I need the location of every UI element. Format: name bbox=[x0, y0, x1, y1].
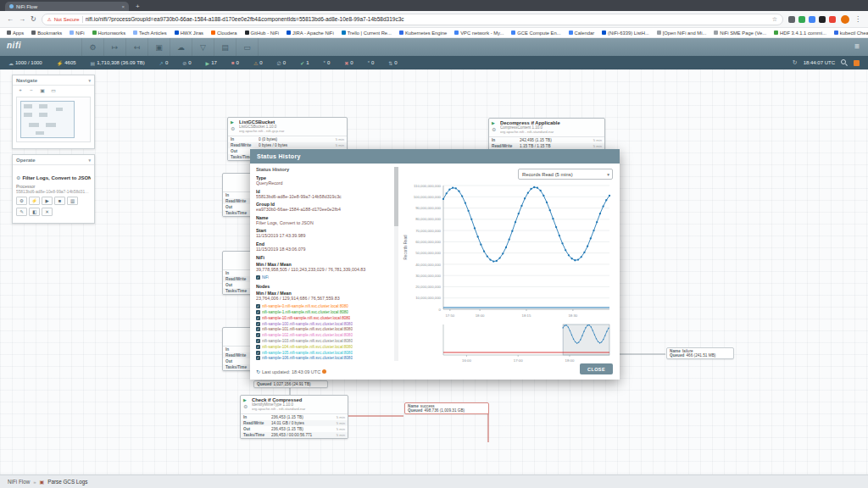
series-toggle-row[interactable]: ✓nifi-sample-106.nifi-sample.nifi.svc.cl… bbox=[256, 355, 393, 361]
extension-icon[interactable] bbox=[798, 16, 805, 23]
extension-icon[interactable] bbox=[819, 16, 826, 23]
checkbox-checked-icon[interactable]: ✓ bbox=[256, 356, 260, 360]
scrollbar-thumb[interactable] bbox=[394, 167, 398, 226]
refresh-icon[interactable]: ↻ bbox=[256, 369, 260, 374]
url-text[interactable]: nifi.io/nifi/?processGroupId=ea9730b0-66… bbox=[86, 16, 770, 22]
bookmark-item[interactable]: GitHub - NiFi bbox=[245, 30, 280, 36]
refresh-icon[interactable]: ↻ bbox=[793, 59, 798, 66]
connection-label[interactable]: NamefailureQueued466 (241.51 MB) bbox=[666, 347, 734, 359]
bookmark-item[interactable]: Kubernetes Engine bbox=[399, 30, 447, 36]
checkbox-checked-icon[interactable]: ✓ bbox=[256, 310, 260, 314]
collapse-icon[interactable]: ▾ bbox=[88, 75, 91, 86]
start-button[interactable]: ▶ bbox=[42, 197, 53, 205]
close-button[interactable]: Close bbox=[580, 363, 613, 374]
remote-process-group-tool[interactable]: ☁ bbox=[170, 38, 192, 56]
tab-close-icon[interactable]: × bbox=[121, 4, 125, 9]
extension-icon[interactable] bbox=[829, 16, 836, 23]
reload-icon[interactable]: ↻ bbox=[31, 15, 36, 23]
search-icon[interactable] bbox=[841, 59, 848, 66]
bookmark-item[interactable]: HWX Jiras bbox=[175, 30, 203, 36]
series-toggle-row[interactable]: ✓NiFi bbox=[256, 274, 393, 280]
fill-color-button[interactable]: ◧ bbox=[29, 208, 40, 216]
bookmark-item[interactable]: Tech Articles bbox=[133, 30, 167, 36]
checkbox-checked-icon[interactable]: ✓ bbox=[256, 275, 260, 280]
bookmark-item[interactable]: JIRA - Apache NiFi bbox=[287, 30, 334, 36]
enable-button[interactable]: ⚡ bbox=[29, 197, 40, 205]
processor-tool[interactable]: ⚙ bbox=[82, 38, 104, 56]
copy-button[interactable]: ▥ bbox=[67, 197, 78, 205]
processor-card[interactable]: ▶⚙Check if CompressedIdentifyMimeType 1.… bbox=[240, 395, 348, 439]
checkbox-checked-icon[interactable]: ✓ bbox=[256, 316, 260, 320]
output-port-tool[interactable]: ↤ bbox=[126, 38, 148, 56]
bookmark-item[interactable]: NiFi bbox=[70, 30, 84, 36]
browser-menu-icon[interactable]: ⋮ bbox=[854, 15, 861, 23]
series-toggle-row[interactable]: ✓nifi-sample-101.nifi-sample.nifi.svc.cl… bbox=[256, 326, 393, 332]
minimap-viewport[interactable] bbox=[20, 101, 75, 138]
series-toggle-row[interactable]: ✓nifi-sample-0.nifi-sample.nifi.svc.clus… bbox=[256, 303, 393, 309]
series-toggle-row[interactable]: ✓nifi-sample-10.nifi-sample.nifi.svc.clu… bbox=[256, 315, 393, 321]
new-tab-button[interactable]: + bbox=[136, 2, 140, 11]
series-toggle-row[interactable]: ✓nifi-sample-103.nifi-sample.nifi.svc.cl… bbox=[256, 338, 393, 344]
configure-button[interactable]: ⚙ bbox=[16, 197, 27, 205]
profile-avatar[interactable] bbox=[841, 15, 849, 24]
back-icon[interactable]: ← bbox=[7, 15, 14, 23]
breadcrumb-current[interactable]: Parse GCS Logs bbox=[47, 479, 87, 485]
zoom-actual-button[interactable]: ▭ bbox=[49, 87, 58, 93]
address-bar[interactable]: ⚠ Not Secure nifi.io/nifi/?processGroupI… bbox=[42, 14, 783, 25]
bookmark-item[interactable]: (NiFi-6339) ListH... bbox=[602, 30, 649, 36]
checkbox-checked-icon[interactable]: ✓ bbox=[256, 351, 260, 355]
label-tool[interactable]: ▭ bbox=[236, 38, 259, 56]
input-port-tool[interactable]: ↦ bbox=[104, 38, 126, 56]
series-toggle-row[interactable]: ✓nifi-sample-104.nifi-sample.nifi.svc.cl… bbox=[256, 344, 393, 350]
bookmark-item[interactable]: [Open NiFi and Mi... bbox=[657, 30, 707, 36]
connection-label[interactable]: NamesuccessQueued498,736 (1,009.31 GB) bbox=[404, 402, 489, 414]
funnel-tool[interactable]: ▽ bbox=[192, 38, 214, 56]
minimap[interactable] bbox=[16, 97, 91, 142]
bookmark-item[interactable]: Bookmarks bbox=[31, 30, 62, 36]
checkbox-checked-icon[interactable]: ✓ bbox=[256, 304, 260, 308]
checkbox-checked-icon[interactable]: ✓ bbox=[256, 327, 260, 331]
not-secure-label[interactable]: Not Secure bbox=[54, 17, 80, 22]
series-toggle-row[interactable]: ✓nifi-sample-105.nifi-sample.nifi.svc.cl… bbox=[256, 350, 393, 356]
status-history-overview-chart[interactable]: 16:0017:0018:00 bbox=[399, 322, 615, 364]
browser-tab[interactable]: NiFi Flow × bbox=[5, 2, 129, 11]
status-history-details[interactable]: Status History TypeQueryRecordId55813bd6… bbox=[256, 167, 393, 361]
dialog-header[interactable]: Status History bbox=[250, 149, 620, 164]
metric-select[interactable]: Records Read (5 mins) ▾ bbox=[518, 169, 613, 180]
delete-button[interactable]: ✕ bbox=[42, 208, 53, 216]
checkbox-checked-icon[interactable]: ✓ bbox=[256, 322, 260, 326]
zoom-in-button[interactable]: + bbox=[16, 87, 25, 93]
bookmark-item[interactable]: Calendar bbox=[569, 30, 595, 36]
bookmark-item[interactable]: Trello | Current Re... bbox=[342, 30, 392, 36]
stop-button[interactable]: ■ bbox=[54, 197, 65, 205]
flow-canvas[interactable]: ▶⚙ListGCSBucketListGCSBucket 1.10.0org.a… bbox=[0, 69, 868, 474]
series-toggle-row[interactable]: ✓nifi-sample-1.nifi-sample.nifi.svc.clus… bbox=[256, 309, 393, 315]
breadcrumb-root[interactable]: NiFi Flow bbox=[8, 479, 30, 485]
zoom-fit-button[interactable]: ▣ bbox=[38, 87, 47, 93]
edit-button[interactable]: ✎ bbox=[16, 208, 27, 216]
extension-icon[interactable] bbox=[788, 16, 795, 23]
bookmark-item[interactable]: Cloudera bbox=[211, 30, 237, 36]
bookmark-item[interactable]: Hortonworks bbox=[92, 30, 126, 36]
bookmark-item[interactable]: VPC network - My... bbox=[454, 30, 504, 36]
bookmark-item[interactable]: kubectl Cheat She... bbox=[834, 30, 868, 36]
global-menu-icon[interactable]: ≡ bbox=[854, 42, 860, 51]
bulletin-indicator[interactable] bbox=[854, 60, 860, 66]
checkbox-checked-icon[interactable]: ✓ bbox=[256, 345, 260, 349]
bookmark-item[interactable]: Apps bbox=[7, 30, 24, 36]
bookmark-star-icon[interactable]: ☆ bbox=[772, 16, 777, 23]
bookmark-item[interactable]: NiFi SME Page (Ve... bbox=[714, 30, 766, 36]
not-secure-icon[interactable]: ⚠ bbox=[47, 17, 52, 22]
zoom-out-button[interactable]: − bbox=[27, 87, 36, 93]
checkbox-checked-icon[interactable]: ✓ bbox=[256, 333, 260, 337]
collapse-icon[interactable]: ▾ bbox=[88, 155, 91, 165]
bookmark-item[interactable]: HDF 3.4.1.1 commi... bbox=[774, 30, 826, 36]
extension-icon[interactable] bbox=[809, 16, 815, 23]
series-toggle-row[interactable]: ✓nifi-sample-102.nifi-sample.nifi.svc.cl… bbox=[256, 332, 393, 338]
details-scrollbar[interactable] bbox=[394, 167, 398, 361]
bookmark-item[interactable]: GCE Compute En... bbox=[511, 30, 560, 36]
forward-icon[interactable]: → bbox=[19, 15, 25, 23]
connection-label[interactable]: Queued1,027,156 (24.91 TB) bbox=[253, 380, 328, 388]
status-history-chart[interactable]: 010,000,000,00020,000,000,00030,000,000,… bbox=[399, 181, 615, 320]
process-group-tool[interactable]: ▣ bbox=[148, 38, 170, 56]
